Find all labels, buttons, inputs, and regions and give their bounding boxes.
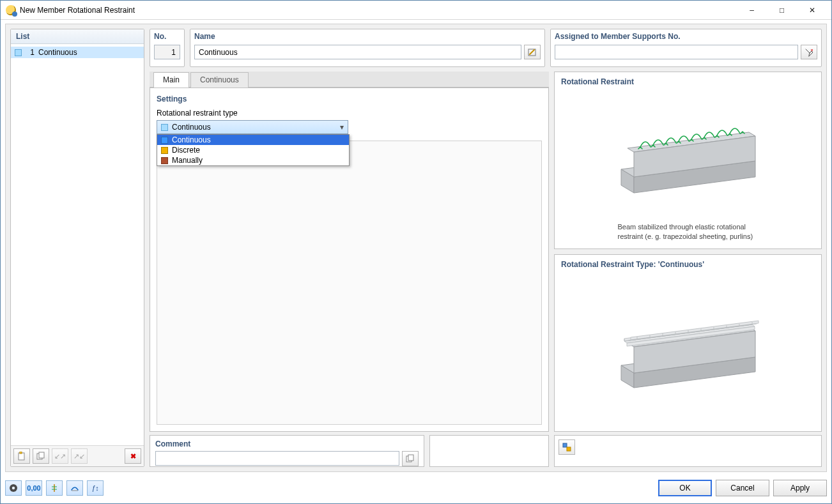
settings-group: Settings Rotational restraint type Conti… — [157, 95, 542, 134]
model-tree-button[interactable] — [46, 480, 63, 496]
svg-point-41 — [12, 487, 15, 489]
title-bar: New Member Rotational Restraint – □ ✕ — [1, 1, 831, 20]
type-swatch-icon — [161, 157, 168, 164]
chevron-down-icon: ▾ — [340, 123, 344, 132]
type-swatch-icon — [161, 147, 168, 154]
beam-illustration-2 — [561, 273, 815, 426]
type-swatch-icon — [161, 137, 168, 144]
assigned-label: Assigned to Member Supports No. — [551, 29, 821, 43]
preview-pane: Rotational Restraint — [554, 72, 822, 432]
no-field-group: No. 1 — [150, 29, 185, 67]
aux-empty-box — [429, 435, 549, 467]
maximize-button[interactable]: □ — [767, 3, 796, 18]
no-label: No. — [150, 29, 184, 43]
view-options-button[interactable] — [559, 439, 575, 455]
preview-1-desc: Beam stabilized through elastic rotation… — [618, 222, 759, 241]
tab-strip: Main Continuous — [150, 72, 549, 88]
dropdown-list: Continuous Discrete Manually — [157, 134, 350, 166]
dialog-body: List 1 Continuous ↙↗ ↗↙ ✖ No. 1 Name Con… — [5, 24, 827, 472]
tab-continuous[interactable]: Continuous — [190, 72, 249, 88]
list-panel: List 1 Continuous ↙↗ ↗↙ ✖ — [10, 29, 144, 467]
apply-button[interactable]: Apply — [773, 480, 827, 496]
beam-illustration-1 — [561, 90, 815, 222]
bottom-bar: 0,00 ƒ↕ OK Cancel Apply — [5, 477, 827, 499]
dropdown-option-continuous[interactable]: Continuous — [157, 135, 349, 145]
aux-right-box — [554, 435, 822, 467]
units-button[interactable]: 0,00 — [26, 480, 42, 496]
list-item[interactable]: 1 Continuous — [11, 47, 144, 58]
new-button[interactable] — [13, 448, 30, 464]
name-input[interactable]: Continuous — [194, 45, 521, 59]
display-button[interactable] — [66, 480, 83, 496]
window-title: New Member Rotational Restraint — [20, 6, 737, 15]
comment-label: Comment — [155, 439, 419, 448]
exclude-button: ↗↙ — [71, 448, 88, 464]
details-placeholder — [157, 141, 542, 425]
cancel-button[interactable]: Cancel — [716, 480, 769, 496]
assigned-field-group: Assigned to Member Supports No. — [550, 29, 822, 67]
svg-rect-3 — [39, 452, 44, 458]
include-button: ↙↗ — [52, 448, 68, 464]
preview-2-title: Rotational Restraint Type: 'Continuous' — [561, 260, 815, 269]
preview-section-2: Rotational Restraint Type: 'Continuous' — [554, 254, 822, 432]
no-input[interactable]: 1 — [154, 45, 180, 59]
type-swatch-icon — [161, 124, 168, 131]
help-button[interactable] — [5, 480, 22, 496]
copy-button[interactable] — [33, 448, 49, 464]
list-toolbar: ↙↗ ↗↙ ✖ — [11, 445, 144, 466]
svg-rect-38 — [563, 443, 567, 447]
tab-main-body: Settings Rotational restraint type Conti… — [150, 88, 549, 432]
rotational-type-dropdown[interactable]: Continuous ▾ Continuous Discrete — [157, 120, 348, 134]
svg-rect-37 — [408, 455, 413, 461]
list-header: List — [11, 29, 144, 44]
svg-rect-39 — [567, 447, 571, 451]
close-button[interactable]: ✕ — [797, 3, 826, 18]
dropdown-value: Continuous — [172, 123, 211, 132]
type-label: Rotational restraint type — [157, 109, 542, 118]
list-item-label: Continuous — [38, 48, 77, 57]
app-icon — [6, 5, 16, 15]
minimize-button[interactable]: – — [737, 3, 766, 18]
settings-title: Settings — [157, 95, 542, 103]
name-field-group: Name Continuous — [190, 29, 545, 67]
preview-1-title: Rotational Restraint — [561, 77, 815, 86]
comment-library-button[interactable] — [402, 451, 419, 466]
tab-main[interactable]: Main — [153, 72, 189, 88]
assigned-input[interactable] — [555, 45, 798, 59]
name-label: Name — [190, 29, 544, 43]
ok-button[interactable]: OK — [658, 480, 712, 496]
list-body[interactable]: 1 Continuous — [11, 44, 144, 445]
header-row: No. 1 Name Continuous Assigned to Member… — [150, 29, 822, 67]
dropdown-option-discrete[interactable]: Discrete — [157, 145, 349, 155]
dropdown-option-manually[interactable]: Manually — [157, 155, 349, 165]
type-swatch-icon — [15, 49, 22, 56]
preview-section-1: Rotational Restraint — [554, 72, 822, 249]
delete-button[interactable]: ✖ — [125, 448, 141, 464]
function-button[interactable]: ƒ↕ — [87, 480, 104, 496]
tab-area: Main Continuous Settings Rotational rest… — [150, 72, 549, 432]
rename-button[interactable] — [524, 45, 541, 59]
comment-input[interactable] — [155, 451, 399, 466]
list-item-number: 1 — [26, 48, 35, 57]
svg-rect-1 — [20, 452, 22, 454]
svg-rect-0 — [19, 453, 24, 460]
pick-from-model-button[interactable] — [801, 45, 817, 59]
comment-group: Comment — [150, 435, 424, 467]
